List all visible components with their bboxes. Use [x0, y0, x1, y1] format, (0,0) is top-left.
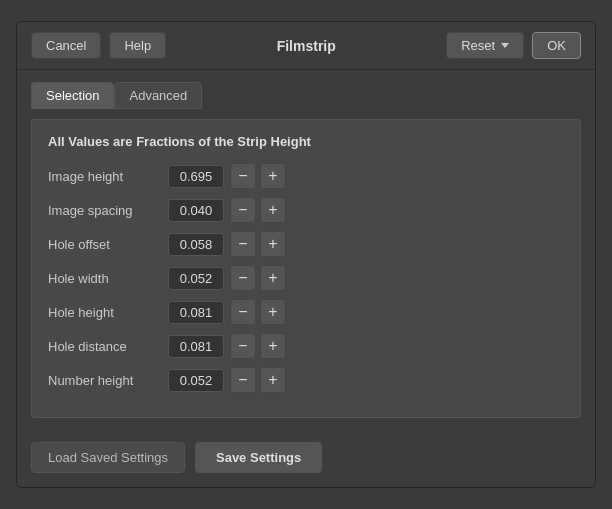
- field-row: Image spacing − +: [48, 197, 564, 223]
- field-value-0[interactable]: [168, 165, 224, 188]
- increment-button-5[interactable]: +: [260, 333, 286, 359]
- increment-button-6[interactable]: +: [260, 367, 286, 393]
- decrement-button-6[interactable]: −: [230, 367, 256, 393]
- field-label-5: Hole distance: [48, 339, 168, 354]
- field-row: Number height − +: [48, 367, 564, 393]
- content-area: Selection Advanced All Values are Fracti…: [17, 70, 595, 432]
- field-row: Hole height − +: [48, 299, 564, 325]
- load-settings-button[interactable]: Load Saved Settings: [31, 442, 185, 473]
- field-label-2: Hole offset: [48, 237, 168, 252]
- fields-container: Image height − + Image spacing − + Hole …: [48, 163, 564, 393]
- decrement-button-1[interactable]: −: [230, 197, 256, 223]
- decrement-button-0[interactable]: −: [230, 163, 256, 189]
- tab-selection[interactable]: Selection: [31, 82, 114, 109]
- field-label-4: Hole height: [48, 305, 168, 320]
- header-bar: Cancel Help Filmstrip Reset OK: [17, 22, 595, 70]
- field-value-5[interactable]: [168, 335, 224, 358]
- header-left: Cancel Help: [31, 32, 166, 59]
- field-value-1[interactable]: [168, 199, 224, 222]
- header-right: Reset OK: [446, 32, 581, 59]
- field-label-6: Number height: [48, 373, 168, 388]
- reset-button[interactable]: Reset: [446, 32, 524, 59]
- increment-button-1[interactable]: +: [260, 197, 286, 223]
- field-label-1: Image spacing: [48, 203, 168, 218]
- field-value-2[interactable]: [168, 233, 224, 256]
- increment-button-4[interactable]: +: [260, 299, 286, 325]
- settings-panel: All Values are Fractions of the Strip He…: [31, 119, 581, 418]
- decrement-button-5[interactable]: −: [230, 333, 256, 359]
- dialog-title: Filmstrip: [277, 38, 336, 54]
- field-label-3: Hole width: [48, 271, 168, 286]
- dialog: Cancel Help Filmstrip Reset OK Selection…: [16, 21, 596, 488]
- field-value-3[interactable]: [168, 267, 224, 290]
- panel-title: All Values are Fractions of the Strip He…: [48, 134, 564, 149]
- tab-advanced[interactable]: Advanced: [114, 82, 202, 109]
- tab-bar: Selection Advanced: [31, 82, 581, 109]
- field-value-4[interactable]: [168, 301, 224, 324]
- field-row: Hole distance − +: [48, 333, 564, 359]
- decrement-button-3[interactable]: −: [230, 265, 256, 291]
- field-row: Image height − +: [48, 163, 564, 189]
- footer: Load Saved Settings Save Settings: [17, 432, 595, 487]
- chevron-down-icon: [501, 43, 509, 48]
- field-value-6[interactable]: [168, 369, 224, 392]
- field-row: Hole width − +: [48, 265, 564, 291]
- cancel-button[interactable]: Cancel: [31, 32, 101, 59]
- decrement-button-4[interactable]: −: [230, 299, 256, 325]
- save-settings-button[interactable]: Save Settings: [195, 442, 322, 473]
- increment-button-3[interactable]: +: [260, 265, 286, 291]
- ok-button[interactable]: OK: [532, 32, 581, 59]
- field-row: Hole offset − +: [48, 231, 564, 257]
- help-button[interactable]: Help: [109, 32, 166, 59]
- decrement-button-2[interactable]: −: [230, 231, 256, 257]
- increment-button-2[interactable]: +: [260, 231, 286, 257]
- increment-button-0[interactable]: +: [260, 163, 286, 189]
- field-label-0: Image height: [48, 169, 168, 184]
